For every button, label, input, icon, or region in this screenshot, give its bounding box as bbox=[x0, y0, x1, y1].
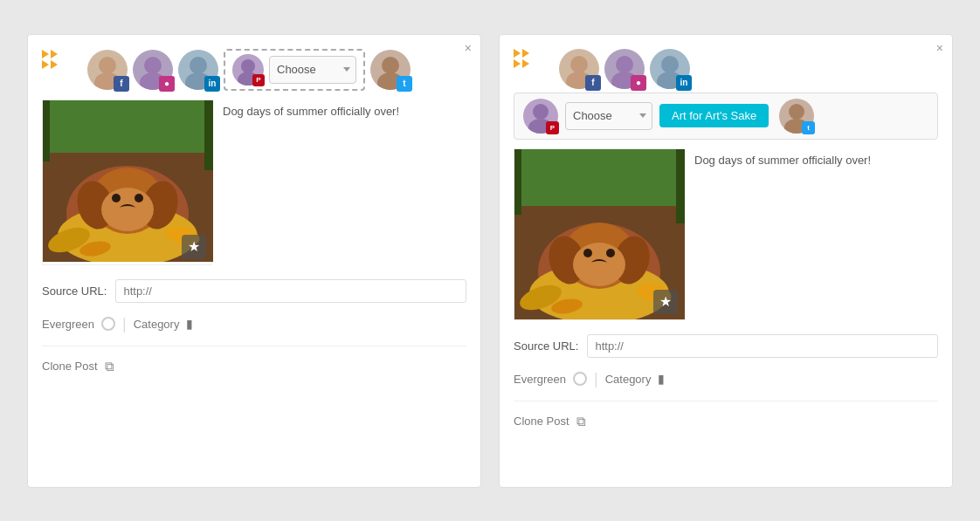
account-facebook-2[interactable]: f bbox=[559, 49, 599, 89]
svg-point-48 bbox=[583, 249, 592, 257]
linkedin-badge: in bbox=[204, 76, 220, 92]
svg-point-21 bbox=[112, 194, 121, 202]
source-input-1[interactable] bbox=[115, 279, 466, 303]
panel-1: × f bbox=[27, 34, 481, 488]
svg-point-0 bbox=[99, 57, 116, 74]
selected-account-area: P Choose Option 1 Option 2 bbox=[224, 49, 365, 91]
category-label-1: Category bbox=[134, 318, 180, 331]
star-badge-1[interactable]: ★ bbox=[182, 235, 206, 259]
clone-row-1: Clone Post ⧉ bbox=[42, 359, 466, 374]
post-area-1: ★ Dog days of summer officially over! bbox=[42, 99, 466, 265]
post-text-2: Dog days of summer officially over! bbox=[694, 148, 938, 320]
source-input-2[interactable] bbox=[587, 334, 938, 358]
bookmark-icon-1[interactable]: ▮ bbox=[186, 317, 193, 331]
clone-row-2: Clone Post ⧉ bbox=[514, 414, 938, 429]
svg-rect-52 bbox=[514, 149, 521, 215]
svg-point-33 bbox=[533, 104, 549, 120]
source-label-2: Source URL: bbox=[514, 339, 578, 353]
evergreen-radio-1[interactable] bbox=[101, 317, 115, 331]
bookmark-icon-2[interactable]: ▮ bbox=[658, 372, 665, 386]
brand-icon-item[interactable] bbox=[42, 50, 82, 90]
pinterest-badge-2: P bbox=[546, 121, 559, 134]
account-pinterest-selected[interactable]: P bbox=[232, 54, 264, 86]
svg-point-4 bbox=[190, 57, 207, 74]
svg-point-31 bbox=[661, 56, 679, 73]
svg-point-29 bbox=[616, 56, 633, 73]
account-pinterest-2[interactable]: P bbox=[523, 99, 558, 134]
account-instagram-2[interactable]: ● bbox=[604, 49, 645, 89]
svg-point-51 bbox=[583, 261, 615, 282]
choose-dropdown-1[interactable]: Choose Option 1 Option 2 bbox=[269, 56, 356, 84]
meta-row-1: Evergreen | Category ▮ bbox=[42, 315, 466, 346]
clone-label-1: Clone Post bbox=[42, 360, 98, 373]
svg-point-22 bbox=[135, 194, 143, 202]
source-row-1: Source URL: bbox=[42, 279, 466, 303]
facebook-badge: f bbox=[114, 76, 129, 92]
evergreen-label-2: Evergreen bbox=[514, 373, 566, 386]
selected-row-2: P Choose Option 1 Option 2 Art for Art's… bbox=[514, 93, 938, 140]
svg-point-24 bbox=[112, 206, 143, 227]
star-badge-2[interactable]: ★ bbox=[653, 290, 678, 314]
twitter-badge-2: t bbox=[802, 121, 815, 134]
svg-point-27 bbox=[570, 56, 588, 73]
panel-2: × f bbox=[499, 34, 953, 488]
account-twitter-2[interactable]: t bbox=[779, 99, 814, 134]
evergreen-label-1: Evergreen bbox=[42, 318, 94, 331]
meta-row-2: Evergreen | Category ▮ bbox=[514, 370, 938, 401]
accounts-row-2: f ● in bbox=[514, 49, 938, 89]
svg-rect-25 bbox=[43, 100, 50, 161]
instagram-badge: ● bbox=[159, 76, 175, 92]
divider-1: | bbox=[122, 315, 127, 333]
close-button-2[interactable]: × bbox=[936, 42, 943, 54]
svg-point-6 bbox=[241, 59, 255, 73]
evergreen-radio-2[interactable] bbox=[573, 372, 587, 386]
svg-rect-53 bbox=[676, 149, 685, 223]
twitter-badge-1: t bbox=[397, 76, 412, 92]
post-area-2: ★ Dog days of summer officially over! bbox=[514, 148, 938, 320]
account-facebook-1[interactable]: f bbox=[87, 50, 128, 90]
art-button[interactable]: Art for Art's Sake bbox=[659, 104, 769, 127]
pinterest-badge-selected: P bbox=[252, 74, 265, 86]
account-twitter-1[interactable]: t bbox=[370, 50, 411, 90]
instagram-badge-2: ● bbox=[631, 75, 646, 91]
svg-point-35 bbox=[789, 104, 804, 120]
clone-icon-1[interactable]: ⧉ bbox=[105, 359, 114, 374]
clone-label-2: Clone Post bbox=[514, 415, 569, 428]
svg-rect-26 bbox=[204, 100, 213, 170]
clone-icon-2[interactable]: ⧉ bbox=[576, 414, 586, 429]
post-image-1: ★ bbox=[42, 99, 212, 265]
svg-point-49 bbox=[606, 249, 615, 257]
account-linkedin-2[interactable]: in bbox=[650, 49, 690, 89]
source-row-2: Source URL: bbox=[514, 334, 938, 358]
brand-icon-2[interactable] bbox=[514, 49, 554, 89]
facebook-badge-2: f bbox=[585, 75, 601, 91]
svg-point-2 bbox=[144, 57, 162, 74]
divider-2: | bbox=[594, 370, 598, 388]
svg-point-8 bbox=[382, 57, 399, 74]
accounts-row-1: f ● in P Choose Opti bbox=[42, 49, 466, 91]
post-text-1: Dog days of summer officially over! bbox=[223, 99, 466, 265]
account-linkedin-1[interactable]: in bbox=[178, 50, 218, 90]
close-button-1[interactable]: × bbox=[465, 42, 472, 54]
linkedin-badge-2: in bbox=[676, 75, 692, 91]
category-label-2: Category bbox=[605, 373, 652, 386]
choose-dropdown-2[interactable]: Choose Option 1 Option 2 bbox=[565, 102, 652, 130]
source-label-1: Source URL: bbox=[42, 284, 107, 298]
post-image-2: ★ bbox=[514, 148, 684, 320]
account-instagram-1[interactable]: ● bbox=[133, 50, 173, 90]
